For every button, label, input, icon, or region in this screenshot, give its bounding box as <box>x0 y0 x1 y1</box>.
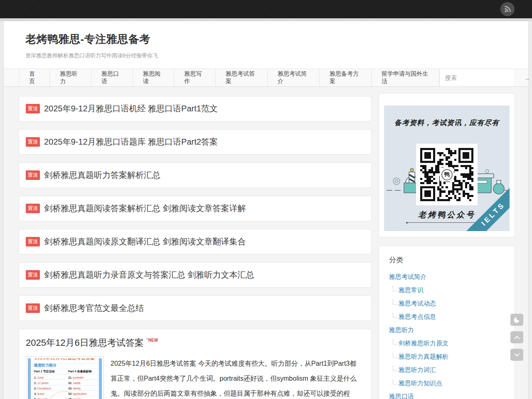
sheet-col2-answers: 31. portraits 32. castle 33. family 34. … <box>68 375 99 399</box>
category-link[interactable]: 雅思常识 <box>399 286 424 294</box>
nav-item-label[interactable]: 雅思口语 <box>101 70 123 85</box>
category-link[interactable]: 雅思考试简介 <box>389 273 426 281</box>
pinned-post-title[interactable]: 剑桥雅思真题阅读原文翻译汇总 剑雅阅读文章翻译集合 <box>44 236 246 247</box>
pinned-post-card: 置顶 剑桥雅思真题听力答案解析汇总 <box>19 163 372 188</box>
scroll-bottom-button[interactable] <box>510 349 523 361</box>
post-title[interactable]: 2025年12月6日雅思考试答案 <box>26 337 144 349</box>
nav-item[interactable]: 雅思考试简介 <box>267 69 319 86</box>
answer-row: 3. Donaldson <box>34 386 65 391</box>
pinned-post-title[interactable]: 剑桥雅思真题听力录音原文与答案汇总 剑雅听力文本汇总 <box>44 269 254 281</box>
category-item[interactable]: 雅思常识 <box>393 286 505 294</box>
nav-item[interactable]: 留学申请与国外生活 <box>371 69 439 86</box>
site-header: 老烤鸭雅思-专注雅思备考 资深雅思教师解析雅思口语听力写作阅读9分经验带你飞 <box>4 21 528 69</box>
nav-item-label[interactable]: 留学申请与国外生活 <box>382 70 429 85</box>
category-item[interactable]: 雅思考试简介 <box>389 273 505 281</box>
nav-item-label[interactable]: 雅思写作 <box>184 70 205 85</box>
latest-post-card: 2025年12月6日雅思考试答案 ⌜NEW 2025年12月6日雅思考试答案 雅… <box>19 329 372 399</box>
pinned-post-card: 置顶 剑桥雅思真题听力录音原文与答案汇总 剑雅听力文本汇总 <box>19 262 372 288</box>
tree-connector-icon <box>393 340 397 345</box>
new-icon: ⌜NEW <box>146 337 158 343</box>
category-item[interactable]: 雅思听力词汇 <box>393 366 505 374</box>
category-link[interactable]: 雅思口语 <box>389 393 414 399</box>
categories-title: 分类 <box>389 255 505 265</box>
search-box: → <box>439 69 513 86</box>
category-item[interactable]: 雅思听力真题解析 <box>393 353 505 361</box>
category-item[interactable]: 雅思考试动态 <box>393 300 505 308</box>
tree-connector-icon <box>393 313 397 318</box>
scroll-top-button[interactable] <box>510 331 523 343</box>
categories-list: 雅思考试简介 雅思常识 雅思考试动态 雅思考点信息 雅思听力 剑桥雅思听力原文 … <box>389 273 505 399</box>
pinned-post-title[interactable]: 剑桥雅思真题听力答案解析汇总 <box>44 170 160 181</box>
category-link[interactable]: 雅思听力真题解析 <box>399 353 448 361</box>
nav-item[interactable]: 雅思阅读 <box>133 69 174 86</box>
nav-item[interactable]: 雅思写作 <box>174 69 215 86</box>
nav-item-label[interactable]: 雅思备考方案 <box>330 70 361 85</box>
pinned-posts-list: 置顶 2025年9-12月雅思口语机经 雅思口语Part1范文 置顶 2025年… <box>19 96 372 321</box>
page-container: 老烤鸭雅思-专注雅思备考 资深雅思教师解析雅思口语听力写作阅读9分经验带你飞 首… <box>3 21 529 399</box>
nav-item[interactable]: 雅思听力 <box>49 69 91 86</box>
content-area: 置顶 2025年9-12月雅思口语机经 雅思口语Part1范文 置顶 2025年… <box>4 87 528 399</box>
answer-row: 5. Thursday <box>34 397 65 399</box>
chevron-up-icon <box>513 333 521 342</box>
tree-connector-icon <box>393 300 397 305</box>
moon-icon <box>513 316 521 324</box>
tree-connector-icon <box>393 366 397 371</box>
sheet-top-title: 2025年12月6日雅思考试答案 <box>31 358 99 361</box>
pinned-badge: 置顶 <box>26 104 40 113</box>
chevron-down-icon <box>513 351 521 359</box>
answer-row: 1. June <box>34 375 65 380</box>
post-thumbnail[interactable]: 2025年12月6日雅思考试答案 雅思听力部分 Part 1 节目活动 1. J… <box>26 356 104 399</box>
pinned-badge: 置顶 <box>26 237 40 246</box>
nav-item[interactable]: 雅思备考方案 <box>319 69 371 86</box>
category-link[interactable]: 雅思听力知识点 <box>399 379 442 387</box>
tree-connector-icon <box>393 379 397 384</box>
answer-row: 31. portraits <box>68 375 99 380</box>
nav-list: 首页 雅思听力 雅思口语 雅思阅读 雅思写作 雅思考试答案 雅思考试简介 雅思备… <box>19 69 439 86</box>
qr-top-text: 备考资料，考试资讯，应有尽有 <box>384 118 510 128</box>
pinned-post-title[interactable]: 2025年9-12月雅思口语机经 雅思口语Part1范文 <box>44 103 218 114</box>
pinned-post-title[interactable]: 剑桥雅思真题阅读答案解析汇总 剑雅阅读文章答案详解 <box>44 203 246 214</box>
qr-center-logo: 鸭 <box>440 167 454 182</box>
answer-sheet-image: 2025年12月6日雅思考试答案 雅思听力部分 Part 1 节目活动 1. J… <box>28 358 102 399</box>
pinned-post-card: 置顶 2025年9-12月雅思口语机经 雅思口语Part1范文 <box>19 96 372 121</box>
pinned-badge: 置顶 <box>26 303 40 313</box>
night-mode-button[interactable] <box>510 314 523 326</box>
category-link[interactable]: 雅思考试动态 <box>399 300 436 308</box>
floating-buttons <box>510 314 523 366</box>
nav-item-label[interactable]: 雅思听力 <box>60 70 81 85</box>
nav-item[interactable]: 首页 <box>19 69 49 86</box>
pinned-badge: 置顶 <box>26 170 40 180</box>
topbar-shadow <box>0 18 532 21</box>
qr-code: 鸭 <box>416 144 478 205</box>
site-title[interactable]: 老烤鸭雅思-专注雅思备考 <box>25 32 513 47</box>
pinned-badge: 置顶 <box>26 270 40 280</box>
search-input[interactable] <box>440 74 522 81</box>
answer-row: 4. ticket <box>34 391 65 397</box>
nav-item-label[interactable]: 雅思考试简介 <box>278 70 309 85</box>
category-item[interactable]: 雅思听力知识点 <box>393 379 505 387</box>
nav-item-label[interactable]: 雅思阅读 <box>143 70 164 85</box>
sidebar: 备考资料，考试资讯，应有尽有 <box>379 87 515 399</box>
pinned-post-card: 置顶 剑桥雅思真题阅读答案解析汇总 剑雅阅读文章答案详解 <box>19 196 372 221</box>
tree-connector-icon <box>393 353 397 358</box>
top-bar <box>0 0 532 18</box>
category-link[interactable]: 雅思听力词汇 <box>399 366 436 374</box>
category-item[interactable]: 剑桥雅思听力原文 <box>393 340 505 347</box>
answer-row: 34. symbolism <box>68 391 99 397</box>
search-submit-button[interactable]: → <box>522 74 532 81</box>
category-link[interactable]: 剑桥雅思听力原文 <box>399 340 448 347</box>
site-tagline: 资深雅思教师解析雅思口语听力写作阅读9分经验带你飞 <box>25 52 513 59</box>
category-item[interactable]: 雅思听力 <box>389 326 505 334</box>
nav-item-label[interactable]: 首页 <box>29 70 39 85</box>
category-link[interactable]: 雅思考点信息 <box>399 313 436 321</box>
category-item[interactable]: 雅思口语 <box>389 393 505 399</box>
category-item[interactable]: 雅思考点信息 <box>393 313 505 321</box>
category-link[interactable]: 雅思听力 <box>389 326 414 334</box>
nav-item-label[interactable]: 雅思考试答案 <box>226 70 257 85</box>
answer-row: 2. 12 years <box>34 380 65 386</box>
pinned-post-title[interactable]: 剑桥雅思考官范文最全总结 <box>44 303 144 314</box>
rss-icon[interactable] <box>500 2 515 16</box>
pinned-post-title[interactable]: 2025年9-12月雅思口语题库 雅思口语Part2答案 <box>44 136 218 148</box>
nav-item[interactable]: 雅思考试答案 <box>215 69 267 86</box>
nav-item[interactable]: 雅思口语 <box>91 69 133 86</box>
